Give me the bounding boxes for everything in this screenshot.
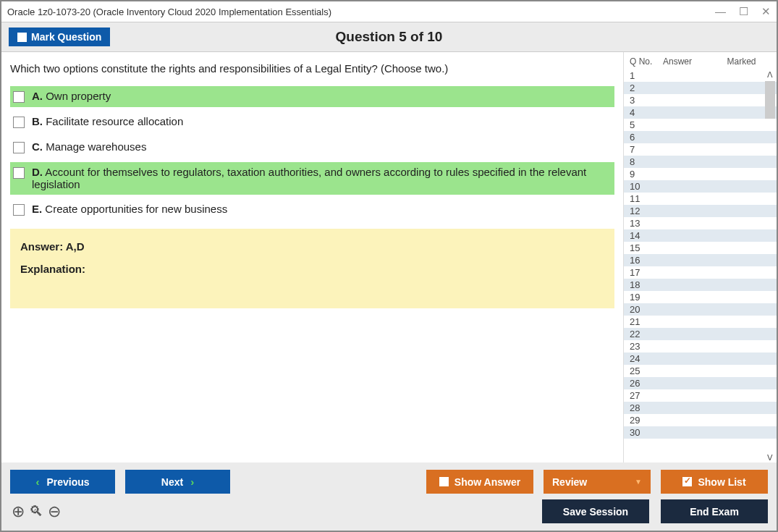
window-controls: — ☐ ✕ bbox=[715, 5, 771, 18]
question-row[interactable]: 24 bbox=[624, 352, 777, 365]
zoom-reset-icon[interactable]: ⊕ bbox=[10, 502, 26, 521]
chevron-left-icon: ‹ bbox=[35, 476, 39, 488]
show-list-label: Show List bbox=[698, 476, 745, 488]
maximize-icon[interactable]: ☐ bbox=[739, 5, 748, 18]
end-exam-label: End Exam bbox=[690, 506, 739, 518]
question-list-body[interactable]: ᐱ ᐯ 123456789101112131415161718192021222… bbox=[624, 69, 777, 463]
option-label: B. Facilitate resource allocation bbox=[32, 115, 183, 127]
end-exam-button[interactable]: End Exam bbox=[661, 499, 768, 523]
option-c[interactable]: C. Manage warehouses bbox=[10, 137, 614, 158]
question-row[interactable]: 3 bbox=[624, 94, 777, 106]
close-icon[interactable]: ✕ bbox=[761, 5, 771, 18]
review-label: Review bbox=[552, 476, 587, 488]
footer-row-2: ⊕ 🔍︎ ⊖ Save Session End Exam bbox=[10, 499, 768, 523]
explanation-label: Explanation: bbox=[20, 263, 604, 275]
question-row[interactable]: 27 bbox=[624, 389, 777, 402]
checkbox-icon[interactable] bbox=[13, 142, 25, 153]
option-label: A. Own property bbox=[32, 90, 111, 102]
option-label: D. Account for themselves to regulators,… bbox=[32, 166, 610, 190]
question-row[interactable]: 12 bbox=[624, 205, 777, 217]
question-row[interactable]: 9 bbox=[624, 168, 777, 180]
question-row[interactable]: 11 bbox=[624, 193, 777, 205]
question-row[interactable]: 26 bbox=[624, 377, 777, 389]
question-row[interactable]: 13 bbox=[624, 217, 777, 229]
zoom-out-icon[interactable]: ⊖ bbox=[46, 502, 62, 521]
app-window: Oracle 1z0-1073-20 (Oracle Inventory Clo… bbox=[0, 0, 778, 532]
col-qno: Q No. bbox=[630, 56, 663, 67]
question-panel: Which two options constitute the rights … bbox=[1, 52, 623, 463]
question-row[interactable]: 30 bbox=[624, 426, 777, 439]
save-session-button[interactable]: Save Session bbox=[542, 499, 649, 523]
question-list-panel: Q No. Answer Marked ᐱ ᐯ 1234567891011121… bbox=[623, 52, 777, 463]
checkbox-icon[interactable] bbox=[13, 91, 25, 103]
question-row[interactable]: 22 bbox=[624, 328, 777, 340]
show-answer-button[interactable]: Show Answer bbox=[426, 470, 533, 494]
question-row[interactable]: 20 bbox=[624, 303, 777, 316]
question-row[interactable]: 16 bbox=[624, 254, 777, 266]
next-button[interactable]: Next › bbox=[125, 470, 230, 494]
mark-checkbox-icon bbox=[17, 33, 27, 42]
option-label: C. Manage warehouses bbox=[32, 140, 146, 153]
zoom-in-icon[interactable]: 🔍︎ bbox=[28, 503, 45, 520]
title-bar: Oracle 1z0-1073-20 (Oracle Inventory Clo… bbox=[1, 1, 777, 22]
question-row[interactable]: 5 bbox=[624, 119, 777, 131]
checkbox-icon[interactable] bbox=[13, 117, 25, 128]
question-row[interactable]: 19 bbox=[624, 291, 777, 303]
option-d[interactable]: D. Account for themselves to regulators,… bbox=[10, 162, 614, 195]
minimize-icon[interactable]: — bbox=[715, 5, 726, 18]
save-session-label: Save Session bbox=[563, 506, 628, 518]
question-row[interactable]: 8 bbox=[624, 156, 777, 168]
scroll-up-icon[interactable]: ᐱ bbox=[765, 69, 775, 80]
option-e[interactable]: E. Create opportunities for new business bbox=[10, 199, 614, 220]
chevron-right-icon: › bbox=[190, 476, 194, 488]
question-text: Which two options constitute the rights … bbox=[10, 62, 614, 75]
question-row[interactable]: 15 bbox=[624, 242, 777, 254]
question-row[interactable]: 29 bbox=[624, 414, 777, 426]
header-bar: Mark Question Question 5 of 10 bbox=[1, 22, 777, 52]
question-row[interactable]: 1 bbox=[624, 69, 777, 82]
option-a[interactable]: A. Own property bbox=[10, 86, 614, 107]
question-row[interactable]: 18 bbox=[624, 279, 777, 291]
previous-label: Previous bbox=[46, 476, 89, 488]
question-row[interactable]: 4 bbox=[624, 106, 777, 119]
checkbox-icon bbox=[439, 477, 449, 486]
scroll-down-icon[interactable]: ᐯ bbox=[765, 452, 775, 463]
question-row[interactable]: 17 bbox=[624, 266, 777, 279]
scrollbar-thumb[interactable] bbox=[765, 81, 775, 119]
question-row[interactable]: 21 bbox=[624, 316, 777, 328]
option-label: E. Create opportunities for new business bbox=[32, 203, 227, 215]
previous-button[interactable]: ‹ Previous bbox=[10, 470, 115, 494]
question-list-header: Q No. Answer Marked bbox=[624, 52, 777, 69]
col-marked: Marked bbox=[711, 56, 772, 67]
question-row[interactable]: 10 bbox=[624, 180, 777, 193]
body-area: Which two options constitute the rights … bbox=[1, 52, 777, 463]
chevron-down-icon: ▼ bbox=[635, 478, 642, 486]
review-button[interactable]: Review ▼ bbox=[544, 470, 651, 494]
show-answer-label: Show Answer bbox=[454, 476, 520, 488]
show-list-button[interactable]: Show List bbox=[661, 470, 768, 494]
next-label: Next bbox=[161, 476, 183, 488]
question-row[interactable]: 23 bbox=[624, 340, 777, 352]
question-row[interactable]: 14 bbox=[624, 229, 777, 242]
answer-box: Answer: A,D Explanation: bbox=[10, 229, 614, 308]
footer-bar: ‹ Previous Next › Show Answer Review ▼ S… bbox=[1, 463, 777, 531]
question-row[interactable]: 7 bbox=[624, 143, 777, 156]
question-row[interactable]: 28 bbox=[624, 402, 777, 414]
answer-text: Answer: A,D bbox=[20, 240, 604, 253]
question-row[interactable]: 2 bbox=[624, 82, 777, 94]
col-answer: Answer bbox=[663, 56, 711, 67]
checkbox-checked-icon bbox=[682, 477, 692, 486]
checkbox-icon[interactable] bbox=[13, 167, 25, 179]
option-b[interactable]: B. Facilitate resource allocation bbox=[10, 111, 614, 132]
question-counter-title: Question 5 of 10 bbox=[336, 29, 443, 45]
checkbox-icon[interactable] bbox=[13, 204, 25, 216]
mark-question-label: Mark Question bbox=[31, 31, 101, 43]
footer-row-1: ‹ Previous Next › Show Answer Review ▼ S… bbox=[10, 470, 768, 494]
window-title: Oracle 1z0-1073-20 (Oracle Inventory Clo… bbox=[7, 7, 715, 17]
mark-question-button[interactable]: Mark Question bbox=[9, 28, 110, 46]
question-row[interactable]: 6 bbox=[624, 131, 777, 143]
question-row[interactable]: 25 bbox=[624, 365, 777, 377]
